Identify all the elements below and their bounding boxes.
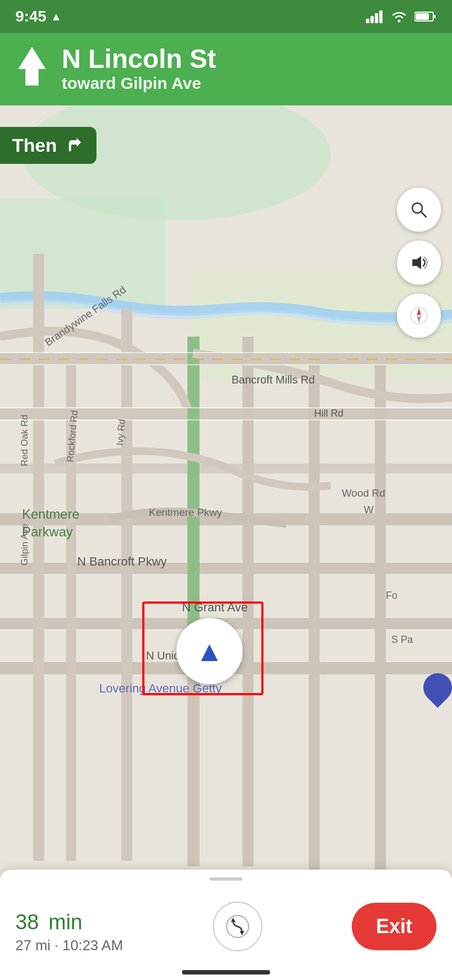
bottom-sheet-handle [209, 877, 243, 881]
time-display: 9:45 [15, 8, 46, 25]
svg-rect-29 [0, 364, 452, 365]
status-time: 9:45 ▲ [15, 8, 62, 25]
svg-rect-7 [416, 13, 429, 20]
selection-highlight-box [142, 601, 263, 695]
svg-line-51 [421, 212, 426, 217]
nav-street-name: N Lincoln St [62, 45, 216, 74]
svg-rect-2 [375, 13, 378, 23]
eta-section: 38 min 27 mi · 10:23 AM [15, 899, 123, 954]
svg-rect-0 [366, 19, 369, 23]
svg-rect-26 [375, 364, 386, 870]
eta-details: 27 mi · 10:23 AM [15, 937, 123, 954]
location-icon: ▲ [51, 10, 62, 23]
search-icon [409, 200, 429, 220]
svg-rect-20 [33, 254, 44, 861]
compass-button[interactable] [397, 294, 441, 338]
svg-text:Bancroft Mills Rd: Bancroft Mills Rd [232, 374, 315, 386]
nav-instruction-text: N Lincoln St toward Gilpin Ave [62, 45, 216, 93]
svg-rect-28 [0, 352, 452, 353]
status-bar: 9:45 ▲ [0, 0, 452, 33]
eta-arrival-time: 10:23 AM [62, 937, 123, 954]
eta-minutes: 38 min [15, 899, 123, 935]
toward-label: toward [62, 74, 116, 92]
svg-rect-6 [433, 15, 435, 18]
svg-point-4 [398, 20, 401, 23]
eta-unit: min [49, 910, 82, 934]
svg-text:Gilpin Ave: Gilpin Ave [19, 524, 30, 566]
svg-rect-25 [309, 364, 320, 870]
svg-rect-30 [0, 407, 452, 408]
svg-marker-58 [240, 931, 244, 935]
home-indicator [182, 970, 270, 974]
toward-street: Gilpin Ave [121, 74, 201, 92]
map-action-buttons [397, 188, 441, 338]
status-icons [366, 10, 437, 23]
eta-separator: · [55, 937, 62, 954]
svg-rect-31 [0, 419, 452, 420]
nav-header: N Lincoln St toward Gilpin Ave [0, 33, 452, 105]
exit-navigation-button[interactable]: Exit [352, 903, 437, 950]
svg-rect-22 [121, 309, 132, 861]
svg-text:Hill Rd: Hill Rd [314, 408, 343, 419]
svg-text:Kentmere: Kentmere [22, 507, 79, 521]
then-banner[interactable]: Then [0, 127, 96, 164]
bottom-panel-row: 38 min 27 mi · 10:23 AM Exit [15, 890, 437, 963]
turn-right-icon [64, 136, 84, 156]
svg-text:Wood Rd: Wood Rd [342, 487, 385, 499]
nav-up-arrow [15, 44, 49, 93]
wifi-icon [390, 10, 408, 23]
compass-icon [409, 306, 429, 326]
bottom-navigation-panel: 38 min 27 mi · 10:23 AM Exit [0, 870, 452, 980]
then-label: Then [12, 135, 57, 156]
svg-marker-52 [412, 256, 421, 269]
svg-rect-1 [370, 16, 374, 23]
svg-rect-3 [379, 10, 383, 23]
eta-distance: 27 mi [15, 937, 51, 954]
svg-text:Fo: Fo [386, 590, 397, 601]
svg-text:W: W [364, 504, 374, 515]
signal-icon [366, 10, 384, 23]
sound-button[interactable] [397, 241, 441, 285]
sound-icon [409, 253, 429, 273]
svg-marker-8 [18, 47, 46, 86]
svg-text:N Bancroft Pkwy: N Bancroft Pkwy [77, 555, 167, 568]
svg-text:Kentmere Pkwy: Kentmere Pkwy [149, 507, 223, 518]
search-button[interactable] [397, 188, 441, 232]
nav-toward-text: toward Gilpin Ave [62, 74, 216, 93]
routes-button[interactable] [213, 902, 262, 951]
svg-text:Red Oak Rd: Red Oak Rd [19, 414, 30, 466]
svg-marker-57 [231, 918, 235, 922]
battery-icon [415, 10, 437, 23]
eta-number: 38 [15, 910, 39, 934]
routes-icon [225, 914, 250, 939]
svg-text:S Pa: S Pa [391, 634, 413, 645]
